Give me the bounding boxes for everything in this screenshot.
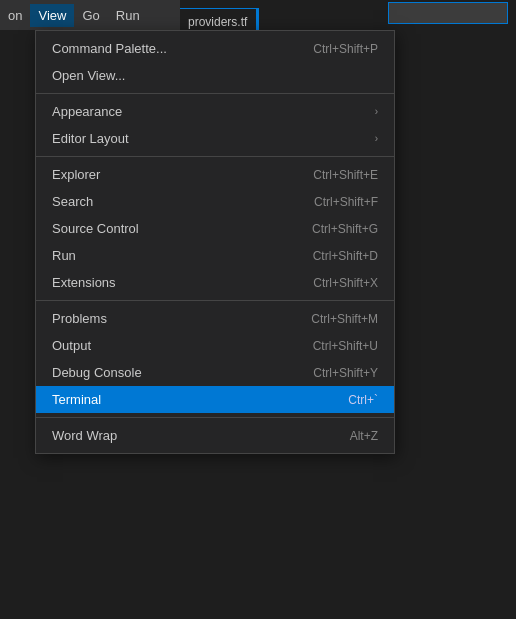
source-control-label: Source Control [52, 221, 288, 236]
open-view-label: Open View... [52, 68, 378, 83]
command-palette-shortcut: Ctrl+Shift+P [313, 42, 378, 56]
problems-shortcut: Ctrl+Shift+M [311, 312, 378, 326]
menu-source-control[interactable]: Source Control Ctrl+Shift+G [36, 215, 394, 242]
extensions-shortcut: Ctrl+Shift+X [313, 276, 378, 290]
menu-item-run[interactable]: Run [108, 4, 148, 27]
menu-item-view[interactable]: View [30, 4, 74, 27]
menu-extensions[interactable]: Extensions Ctrl+Shift+X [36, 269, 394, 296]
menu-open-view[interactable]: Open View... [36, 62, 394, 89]
menu-appearance[interactable]: Appearance › [36, 98, 394, 125]
output-label: Output [52, 338, 289, 353]
separator-2 [36, 156, 394, 157]
menu-problems[interactable]: Problems Ctrl+Shift+M [36, 305, 394, 332]
editor-layout-arrow: › [375, 133, 378, 144]
word-wrap-shortcut: Alt+Z [350, 429, 378, 443]
explorer-label: Explorer [52, 167, 289, 182]
separator-4 [36, 417, 394, 418]
debug-console-shortcut: Ctrl+Shift+Y [313, 366, 378, 380]
menu-debug-console[interactable]: Debug Console Ctrl+Shift+Y [36, 359, 394, 386]
menu-command-palette[interactable]: Command Palette... Ctrl+Shift+P [36, 35, 394, 62]
debug-console-label: Debug Console [52, 365, 289, 380]
search-shortcut: Ctrl+Shift+F [314, 195, 378, 209]
menu-terminal[interactable]: Terminal Ctrl+` [36, 386, 394, 413]
separator-3 [36, 300, 394, 301]
view-menu-dropdown: Command Palette... Ctrl+Shift+P Open Vie… [35, 30, 395, 454]
editor-layout-label: Editor Layout [52, 131, 367, 146]
command-palette-label: Command Palette... [52, 41, 289, 56]
appearance-arrow: › [375, 106, 378, 117]
terminal-label: Terminal [52, 392, 324, 407]
menu-bar: on View Go Run [0, 0, 180, 30]
explorer-shortcut: Ctrl+Shift+E [313, 168, 378, 182]
menu-editor-layout[interactable]: Editor Layout › [36, 125, 394, 152]
appearance-label: Appearance [52, 104, 367, 119]
run-label: Run [52, 248, 289, 263]
menu-run[interactable]: Run Ctrl+Shift+D [36, 242, 394, 269]
terminal-shortcut: Ctrl+` [348, 393, 378, 407]
tab-label: providers.tf [188, 15, 247, 29]
search-label: Search [52, 194, 290, 209]
menu-item-go[interactable]: Go [74, 4, 107, 27]
problems-label: Problems [52, 311, 287, 326]
separator-1 [36, 93, 394, 94]
menu-explorer[interactable]: Explorer Ctrl+Shift+E [36, 161, 394, 188]
source-control-shortcut: Ctrl+Shift+G [312, 222, 378, 236]
output-shortcut: Ctrl+Shift+U [313, 339, 378, 353]
run-shortcut: Ctrl+Shift+D [313, 249, 378, 263]
menu-search[interactable]: Search Ctrl+Shift+F [36, 188, 394, 215]
word-wrap-label: Word Wrap [52, 428, 326, 443]
top-search-bar[interactable] [388, 2, 508, 24]
extensions-label: Extensions [52, 275, 289, 290]
menu-output[interactable]: Output Ctrl+Shift+U [36, 332, 394, 359]
menu-word-wrap[interactable]: Word Wrap Alt+Z [36, 422, 394, 449]
menu-item-on[interactable]: on [0, 4, 30, 27]
